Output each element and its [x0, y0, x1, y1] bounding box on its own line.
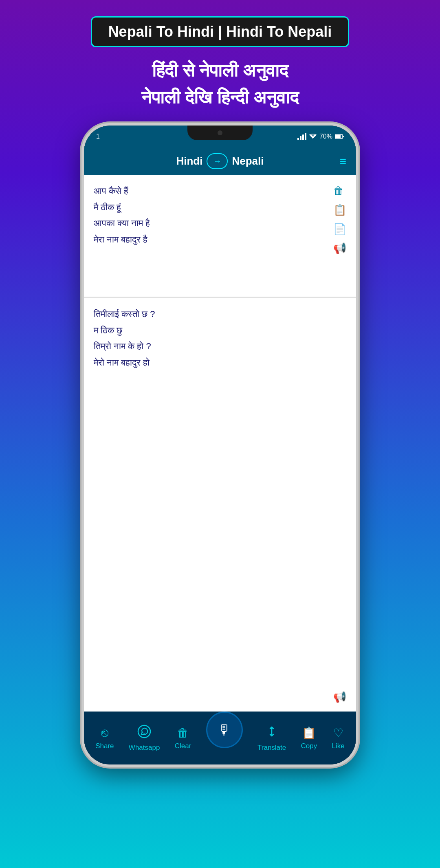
svg-point-3	[138, 725, 150, 738]
nav-clear[interactable]: 🗑 Clear	[175, 726, 191, 750]
lang-to: Nepali	[232, 155, 264, 167]
input-line1: आप कैसे हैं	[94, 183, 333, 199]
translate-label: Translate	[257, 744, 286, 752]
clear-label: Clear	[175, 742, 191, 750]
menu-icon[interactable]: ≡	[340, 155, 346, 168]
output-text: तिमीलाई कस्तो छ ? म ठिक छु तिम्रो नाम के…	[94, 306, 346, 370]
app-bar: Hindi → Nepali ≡	[84, 148, 356, 175]
output-speaker-icon[interactable]: 📢	[333, 691, 346, 703]
output-line2: म ठिक छु	[94, 322, 346, 339]
nav-like[interactable]: ♡ Like	[332, 726, 345, 750]
clear-icon: 🗑	[177, 726, 189, 740]
nav-whatsapp[interactable]: Whatsapp	[129, 725, 160, 752]
output-section: तिमीलाई कस्तो छ ? म ठिक छु तिम्रो नाम के…	[84, 298, 356, 712]
phone-mockup: 1 70% Hindi	[81, 123, 359, 767]
output-line4: मेरो नाम बहादुर हो	[94, 355, 346, 371]
notch	[187, 126, 253, 140]
subtitle-line2: नेपाली देखि हिन्दी अनुवाद	[141, 84, 299, 111]
app-title: Nepali To Hindi | Hindi To Nepali	[108, 23, 332, 40]
lang-from: Hindi	[176, 155, 202, 167]
nav-share[interactable]: ⎋ Share	[95, 726, 114, 750]
whatsapp-label: Whatsapp	[129, 744, 160, 752]
whatsapp-icon	[137, 725, 151, 741]
translate-icon	[265, 725, 279, 741]
copy-bottom-icon: 📋	[302, 726, 316, 740]
nav-translate[interactable]: Translate	[257, 725, 286, 752]
input-line3: आपका क्या नाम है	[94, 215, 333, 231]
output-line3: तिम्रो नाम के हो ?	[94, 338, 346, 355]
copy-icon[interactable]: 📄	[333, 223, 346, 236]
input-line2: मै ठीक हूं	[94, 199, 333, 216]
subtitle: हिंदी से नेपाली अनुवाद नेपाली देखि हिन्द…	[141, 57, 299, 111]
copy-label: Copy	[301, 742, 317, 750]
nav-copy[interactable]: 📋 Copy	[301, 726, 317, 750]
status-right: 70%	[297, 133, 344, 140]
battery-text: 70%	[319, 133, 332, 140]
mic-icon: 🎙	[217, 721, 232, 738]
input-text: आप कैसे हैं मै ठीक हूं आपका क्या नाम है …	[94, 183, 333, 289]
svg-rect-1	[335, 135, 341, 138]
signal-icon	[297, 133, 306, 140]
content-area: आप कैसे हैं मै ठीक हूं आपका क्या नाम है …	[84, 175, 356, 712]
speaker-icon[interactable]: 📢	[333, 242, 346, 255]
svg-rect-2	[343, 136, 344, 137]
input-line4: मेरा नाम बहादुर है	[94, 231, 333, 248]
header-box: Nepali To Hindi | Hindi To Nepali	[91, 16, 350, 47]
clipboard-icon[interactable]: 📋	[333, 204, 346, 216]
arrow-right-icon: →	[213, 156, 221, 166]
wifi-icon	[309, 133, 317, 140]
like-icon: ♡	[333, 726, 343, 740]
battery-icon	[335, 134, 344, 139]
output-line1: तिमीलाई कस्तो छ ?	[94, 306, 346, 322]
lang-switch-btn[interactable]: →	[207, 153, 228, 169]
input-section: आप कैसे हैं मै ठीक हूं आपका क्या नाम है …	[84, 175, 356, 297]
share-icon: ⎋	[101, 726, 108, 740]
status-time: 1	[96, 133, 100, 140]
lang-toggle[interactable]: Hindi → Nepali	[176, 153, 264, 169]
input-actions: 🗑 📋 📄 📢	[333, 183, 346, 289]
bottom-nav: ⎋ Share Whatsapp 🗑 Clear 🎙	[84, 712, 356, 764]
share-label: Share	[95, 742, 114, 750]
like-label: Like	[332, 742, 345, 750]
mic-button[interactable]: 🎙	[206, 712, 243, 748]
delete-icon[interactable]: 🗑	[333, 185, 346, 197]
subtitle-line1: हिंदी से नेपाली अनुवाद	[141, 57, 299, 84]
